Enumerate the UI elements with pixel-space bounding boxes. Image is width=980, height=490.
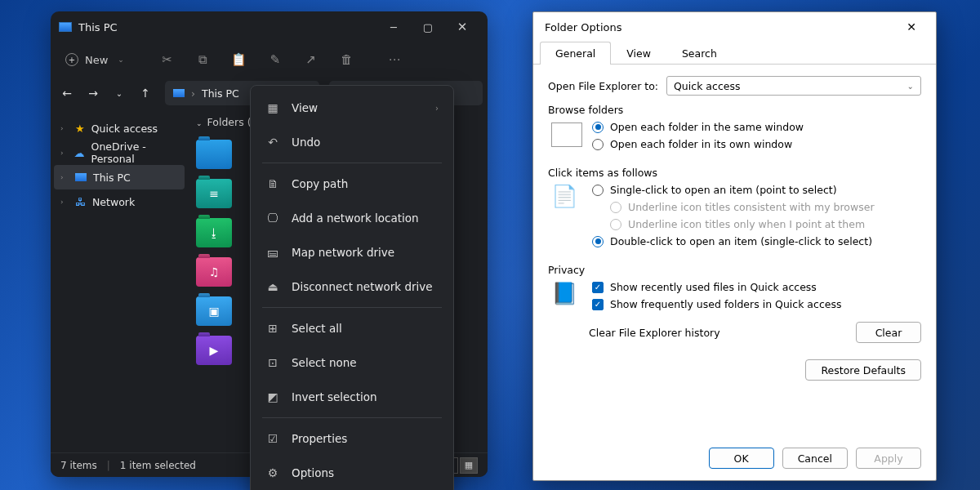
apply-button[interactable]: Apply [856,448,921,469]
item-count: 7 items [60,460,97,471]
ctx-map-drive[interactable]: 🖴Map network drive [256,235,448,270]
restore-defaults-button[interactable]: Restore Defaults [805,359,921,381]
map-drive-icon: 🖴 [265,246,280,259]
ctx-properties[interactable]: ☑Properties [256,421,448,456]
dialog-titlebar[interactable]: Folder Options ✕ [533,12,936,42]
breadcrumb-label: This PC [202,87,239,100]
plus-icon: + [65,53,78,66]
tab-view[interactable]: View [611,42,666,65]
radio-own-window[interactable]: Open each folder in its own window [592,138,921,150]
ctx-view[interactable]: ▦View› [256,91,448,125]
dialog-footer: OK Cancel Apply [533,436,936,480]
properties-icon: ☑ [265,432,280,445]
maximize-button[interactable]: ▢ [411,15,445,39]
new-label: New [85,54,108,66]
minimize-button[interactable]: ─ [376,15,411,39]
privacy-label: Privacy [548,264,921,276]
tiles-view-button[interactable]: ▦ [460,457,478,474]
separator [262,417,442,418]
tab-search[interactable]: Search [666,42,733,65]
radio-icon [610,202,621,213]
sidebar-item-onedrive[interactable]: ›☁OneDrive - Personal [54,140,185,165]
ctx-options[interactable]: ⚙Options [256,456,448,490]
delete-button[interactable]: 🗑 [332,46,363,74]
paste-button[interactable]: 📋 [224,46,255,74]
ctx-select-none[interactable]: ⊡Select none [256,345,448,380]
close-button[interactable]: ✕ [445,15,479,39]
separator [262,307,442,308]
new-button[interactable]: + New ⌄ [57,46,132,74]
cut-button[interactable]: ✂ [152,46,183,74]
view-icon: ▦ [265,101,280,114]
browse-folders-label: Browse folders [548,104,921,116]
ctx-disconnect[interactable]: ⏏Disconnect network drive [256,270,448,304]
radio-icon [610,219,621,230]
radio-icon [592,139,604,150]
sidebar-item-this-pc[interactable]: ›This PC [54,165,185,189]
dialog-title: Folder Options [545,21,621,33]
radio-same-window[interactable]: Open each folder in the same window [592,121,921,133]
tab-strip: General View Search [533,42,936,65]
dialog-close-button[interactable]: ✕ [898,16,924,38]
select-all-icon: ⊞ [265,322,280,335]
cancel-button[interactable]: Cancel [782,448,848,469]
ctx-copy-path[interactable]: 🗎Copy path [256,167,448,201]
checkbox-icon: ✓ [592,299,604,310]
options-icon: ⚙ [265,466,280,479]
radio-icon [592,185,604,196]
separator [262,163,442,163]
radio-single-click[interactable]: Single-click to open an item (point to s… [592,184,921,196]
sidebar-item-network[interactable]: ›🖧Network [54,189,185,214]
click-items-label: Click items as follows [548,167,921,179]
disconnect-drive-icon: ⏏ [265,280,280,293]
radio-underline-point: Underline icon titles only when I point … [592,218,921,230]
network-icon: 🖧 [75,196,86,208]
sidebar: ›★Quick access ›☁OneDrive - Personal ›Th… [51,109,188,452]
select-none-icon: ⊡ [265,356,280,369]
clear-history-label: Clear File Explorer history [589,327,856,339]
open-to-combobox[interactable]: Quick access ⌄ [666,76,921,96]
up-button[interactable]: ↑ [134,82,157,105]
window-title: This PC [78,21,376,33]
check-freq-folders[interactable]: ✓Show frequently used folders in Quick a… [592,298,921,310]
ctx-select-all[interactable]: ⊞Select all [256,311,448,345]
this-pc-icon [75,173,87,181]
share-button[interactable]: ↗ [296,46,327,74]
more-button[interactable]: ⋯ [379,46,410,74]
ctx-add-network[interactable]: 🖵Add a network location [256,201,448,235]
copy-button[interactable]: ⧉ [188,46,219,74]
selection-count: 1 item selected [120,460,196,471]
ok-button[interactable]: OK [709,448,774,469]
ctx-undo[interactable]: ↶Undo [256,125,448,159]
toolbar: + New ⌄ ✂ ⧉ 📋 ✎ ↗ 🗑 ⋯ [51,42,488,77]
rename-button[interactable]: ✎ [260,46,291,74]
folder-options-dialog: Folder Options ✕ General View Search Ope… [532,11,937,481]
clear-button[interactable]: Clear [856,322,921,343]
recent-button[interactable]: ⌄ [108,82,131,105]
cloud-icon: ☁ [74,147,85,159]
sidebar-item-quick-access[interactable]: ›★Quick access [54,116,185,140]
radio-double-click[interactable]: Double-click to open an item (single-cli… [592,235,921,247]
network-location-icon: 🖵 [265,212,280,225]
chevron-down-icon: ⌄ [118,56,124,64]
document-click-icon [551,185,582,210]
tab-general[interactable]: General [540,42,611,65]
chevron-right-icon: › [435,104,439,113]
forward-button[interactable]: → [82,82,105,105]
open-to-label: Open File Explorer to: [548,80,658,92]
radio-icon [592,122,604,133]
star-icon: ★ [75,122,85,135]
chevron-down-icon: ⌄ [907,82,914,91]
ctx-invert[interactable]: ◩Invert selection [256,380,448,414]
privacy-icon [551,283,582,307]
check-recent-files[interactable]: ✓Show recently used files in Quick acces… [592,281,921,293]
titlebar[interactable]: This PC ─ ▢ ✕ [51,11,488,42]
copy-path-icon: 🗎 [265,177,280,190]
radio-icon [592,236,604,247]
this-pc-icon [173,89,185,97]
window-icon [551,122,582,147]
invert-selection-icon: ◩ [265,390,280,403]
back-button[interactable]: ← [56,82,78,105]
this-pc-icon [59,22,72,32]
checkbox-icon: ✓ [592,282,604,293]
